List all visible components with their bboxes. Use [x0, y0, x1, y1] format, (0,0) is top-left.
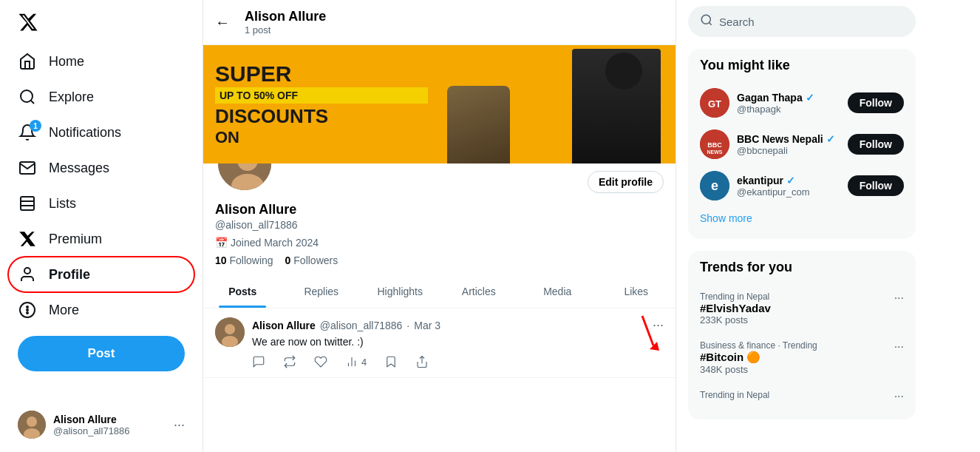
suggest-handle-ekantipur: @ekantipur_com [737, 186, 840, 198]
banner-text-discounts: DISCOUNTS [215, 105, 428, 128]
analytics-count: 4 [361, 357, 367, 368]
suggest-avatar-ekantipur: e [700, 171, 729, 200]
svg-text:e: e [711, 178, 718, 193]
profile-stats: 10 Following 0 Followers [215, 254, 664, 266]
profile-tabs: Posts Replies Highlights Articles Media … [203, 275, 676, 308]
profile-banner: SUPER UP TO 50% OFF DISCOUNTS ON [203, 45, 676, 163]
tab-likes[interactable]: Likes [597, 275, 676, 308]
following-label: Following [229, 254, 273, 266]
sidebar-item-premium-label: Premium [49, 232, 102, 247]
right-sidebar: You might like GT Gagan Thapa ✓ @thapagk… [676, 0, 928, 452]
like-action[interactable] [314, 355, 327, 368]
sidebar-item-home-label: Home [49, 54, 84, 70]
suggest-name-ekantipur: ekantipur ✓ [737, 175, 840, 186]
sidebar-item-premium[interactable]: Premium [9, 222, 194, 256]
tab-posts[interactable]: Posts [203, 275, 282, 308]
trends-title: Trends for you [700, 260, 904, 275]
share-action[interactable] [415, 355, 429, 368]
svg-rect-2 [21, 197, 34, 210]
you-might-like-title: You might like [700, 58, 904, 73]
bookmark-action[interactable] [384, 355, 398, 368]
tweet-author-name: Alison Allure [252, 320, 316, 331]
user-profile-bottom[interactable]: Alison Allure @alison_all71886 ··· [9, 403, 194, 446]
sidebar-item-lists-label: Lists [49, 196, 76, 212]
svg-point-17 [225, 324, 235, 334]
sidebar-item-notifications[interactable]: 1 Notifications [9, 115, 194, 149]
sidebar-item-notifications-label: Notifications [49, 125, 121, 141]
svg-point-8 [27, 309, 28, 311]
tweet-avatar [215, 317, 245, 347]
sidebar-item-home[interactable]: Home [9, 44, 194, 78]
followers-count: 0 [285, 254, 291, 266]
main-nav: Home Explore 1 Notifications Messages [9, 44, 194, 327]
tweet-author-handle: @alison_all71886 [320, 320, 403, 331]
tab-media[interactable]: Media [518, 275, 597, 308]
edit-profile-button[interactable]: Edit profile [588, 171, 664, 193]
trend-dots-bitcoin[interactable]: ··· [894, 340, 904, 354]
tweet-actions: 4 [252, 355, 664, 368]
show-more-link[interactable]: Show more [700, 206, 904, 230]
banner-right [440, 45, 676, 163]
sidebar-item-more[interactable]: More [9, 293, 194, 327]
tab-replies[interactable]: Replies [282, 275, 361, 308]
trend-item-elvish[interactable]: Trending in Nepal #ElvishYadav 233K post… [700, 284, 904, 333]
tab-highlights[interactable]: Highlights [361, 275, 440, 308]
trend-info-bitcoin: Business & finance · Trending #Bitcoin 🟠… [700, 340, 817, 375]
search-input[interactable] [719, 16, 904, 28]
follow-button-bbc[interactable]: Follow [848, 134, 904, 155]
tweet-card-wrapper: Alison Allure @alison_all71886 · Mar 3 ·… [203, 308, 676, 378]
verified-badge-gagan: ✓ [806, 92, 814, 104]
tweet-more-button[interactable]: ··· [653, 317, 664, 333]
sidebar-item-profile-label: Profile [49, 267, 90, 283]
retweet-action[interactable] [283, 355, 296, 368]
main-content: ← Alison Allure 1 post SUPER UP TO 50% O… [203, 0, 676, 452]
notification-badge: 1 [30, 120, 41, 132]
sidebar-item-explore[interactable]: Explore [9, 80, 194, 114]
tweet-body: Alison Allure @alison_all71886 · Mar 3 ·… [252, 317, 664, 368]
person-head [605, 53, 642, 90]
reply-action[interactable] [252, 355, 265, 368]
person-icon [18, 265, 37, 284]
followers-stat[interactable]: 0 Followers [285, 254, 338, 266]
trend-dots-nepal[interactable]: ··· [894, 390, 904, 403]
following-stat[interactable]: 10 Following [215, 254, 273, 266]
trend-dots-elvish[interactable]: ··· [894, 291, 904, 305]
follow-button-ekantipur[interactable]: Follow [848, 175, 904, 196]
suggest-handle-bbc: @bbcnepali [737, 145, 840, 156]
jacket-shape [447, 86, 510, 163]
following-count: 10 [215, 254, 227, 266]
profile-handle: @alison_all71886 [215, 219, 664, 231]
svg-text:NEWS: NEWS [707, 149, 723, 155]
trend-item-bitcoin[interactable]: Business & finance · Trending #Bitcoin 🟠… [700, 333, 904, 382]
svg-point-9 [27, 312, 28, 314]
profile-header-bar: ← Alison Allure 1 post [203, 0, 676, 45]
tweet-card: Alison Allure @alison_all71886 · Mar 3 ·… [203, 308, 676, 378]
user-more-dots[interactable]: ··· [174, 417, 185, 433]
trend-location-bitcoin: Business & finance · Trending [700, 340, 817, 351]
tab-articles[interactable]: Articles [440, 275, 519, 308]
suggest-info-bbc: BBC News Nepali ✓ @bbcnepali [737, 133, 840, 156]
x-logo[interactable] [9, 6, 194, 41]
svg-text:GT: GT [708, 98, 721, 109]
sidebar-item-profile[interactable]: Profile [9, 257, 194, 291]
sidebar-item-messages[interactable]: Messages [9, 151, 194, 185]
suggest-handle-gagan: @thapagk [737, 104, 840, 115]
analytics-action[interactable]: 4 [345, 355, 367, 368]
sidebar-item-lists[interactable]: Lists [9, 186, 194, 220]
profile-name: Alison Allure [215, 202, 664, 217]
tweet-time: · [406, 320, 409, 331]
post-button[interactable]: Post [18, 336, 185, 371]
back-button[interactable]: ← [215, 14, 230, 31]
premium-icon [18, 229, 37, 249]
trend-location-elvish: Trending in Nepal [700, 291, 771, 302]
tweet-date: Mar 3 [414, 320, 440, 331]
suggest-item-gagan: GT Gagan Thapa ✓ @thapagk Follow [700, 82, 904, 124]
svg-point-25 [701, 15, 710, 24]
header-title: Alison Allure [245, 9, 326, 24]
trend-location-nepal: Trending in Nepal [700, 390, 769, 400]
you-might-like-widget: You might like GT Gagan Thapa ✓ @thapagk… [688, 49, 916, 239]
suggest-name-bbc: BBC News Nepali ✓ [737, 133, 840, 145]
follow-button-gagan[interactable]: Follow [848, 92, 904, 113]
svg-point-5 [24, 268, 30, 274]
trend-item-nepal[interactable]: Trending in Nepal ··· [700, 382, 904, 411]
